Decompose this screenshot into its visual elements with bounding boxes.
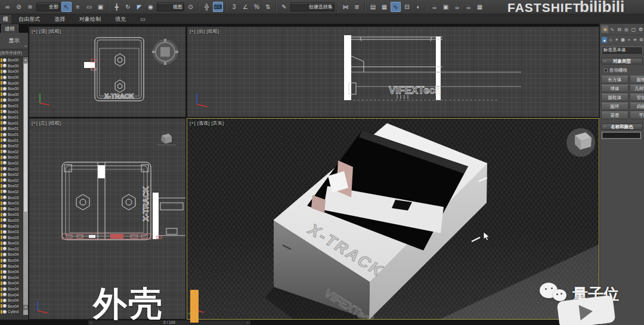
- checkbox-icon[interactable]: [604, 69, 608, 72]
- explorer-row[interactable]: Box04: [0, 280, 24, 286]
- select-object-icon[interactable]: ↖: [61, 2, 72, 12]
- autogrid-checkbox[interactable]: 自动栅格: [604, 67, 644, 73]
- explorer-row[interactable]: Box02: [0, 154, 24, 160]
- explorer-row[interactable]: Box02: [0, 160, 24, 166]
- explorer-row[interactable]: Box00: [0, 86, 24, 92]
- explorer-row[interactable]: Box00: [0, 75, 24, 81]
- open-render-gallery-icon[interactable]: ▦: [475, 2, 485, 12]
- select-and-place-icon[interactable]: ◉: [145, 2, 156, 12]
- modify-tab[interactable]: ∿: [609, 26, 615, 33]
- select-and-scale-icon[interactable]: ◤: [134, 2, 144, 12]
- primitive-button[interactable]: 圆环: [601, 103, 628, 110]
- modeling-panel-tab[interactable]: 建模: [1, 24, 18, 33]
- scrollbar-thumb[interactable]: [23, 63, 28, 212]
- geometry-icon[interactable]: ●: [602, 37, 607, 43]
- primitive-button[interactable]: 圆锥体: [630, 76, 644, 83]
- frame-next-icon[interactable]: >: [244, 320, 250, 325]
- explorer-row[interactable]: Box02: [0, 177, 24, 183]
- shapes-icon[interactable]: ◇: [608, 37, 613, 43]
- explorer-sort-header[interactable]: (按升序排序): [0, 49, 28, 57]
- toolbar-button[interactable]: [275, 2, 277, 12]
- lights-icon[interactable]: ☀: [614, 37, 620, 43]
- cameras-icon[interactable]: ▦: [620, 37, 626, 43]
- ribbon-tab-selection[interactable]: 选择: [47, 15, 72, 24]
- primitive-button[interactable]: 长方体: [601, 76, 628, 83]
- toolbar-button[interactable]: [108, 2, 109, 12]
- object-type-rollout[interactable]: −对象类型: [601, 58, 643, 64]
- explorer-row[interactable]: Box03: [0, 223, 24, 229]
- explorer-row[interactable]: Box03: [0, 206, 24, 212]
- percent-snap-icon[interactable]: %: [252, 2, 262, 12]
- explorer-row[interactable]: Box03: [0, 218, 24, 224]
- explorer-row[interactable]: Box03: [0, 200, 24, 206]
- unlink-selection-icon[interactable]: ⊘: [14, 2, 24, 12]
- ribbon-tab-freeform[interactable]: 自由形式: [11, 15, 47, 24]
- primitive-button[interactable]: 平面: [630, 112, 644, 119]
- render-iterative-icon[interactable]: ☕: [463, 2, 473, 12]
- scroll-down-icon[interactable]: ▼: [23, 305, 28, 310]
- reference-coordinate-dropdown[interactable]: 视图: [157, 2, 184, 11]
- render-setup-icon[interactable]: ☕: [429, 2, 439, 12]
- named-selection-dropdown[interactable]: 创建选择集: [290, 2, 335, 11]
- explorer-row[interactable]: Box03: [0, 194, 24, 200]
- explorer-row[interactable]: Box03: [0, 234, 24, 240]
- collapse-chevron-icon[interactable]: «: [24, 44, 27, 49]
- explorer-row[interactable]: Box00: [0, 80, 24, 86]
- select-and-manipulate-icon[interactable]: ╬: [202, 2, 212, 12]
- explorer-row[interactable]: Box02: [0, 172, 24, 178]
- primitive-button[interactable]: 球体: [601, 85, 628, 92]
- explorer-scrollbar[interactable]: ▲ ▼: [23, 57, 28, 315]
- spinner-snap-icon[interactable]: ⇅: [263, 2, 273, 12]
- explorer-row[interactable]: Box02: [0, 183, 24, 189]
- bind-to-spacewarp-icon[interactable]: ≋: [25, 2, 35, 12]
- explorer-row[interactable]: Box03: [0, 212, 24, 218]
- explorer-row[interactable]: Box01: [0, 126, 24, 132]
- mirror-icon[interactable]: ⋈: [340, 2, 351, 12]
- keyboard-override-icon[interactable]: ⌨: [213, 2, 223, 12]
- explorer-row[interactable]: Box01: [0, 114, 24, 120]
- explorer-row[interactable]: Box02: [0, 143, 24, 149]
- primitive-type-dropdown[interactable]: 标准基本体: [602, 47, 643, 54]
- explorer-header[interactable]: 显示«: [0, 33, 28, 49]
- edit-named-selections-icon[interactable]: ✎: [279, 2, 289, 12]
- ribbon-tab-modeling[interactable]: 模: [0, 15, 11, 24]
- explorer-row[interactable]: Box00: [0, 92, 24, 98]
- viewport-perspective-label[interactable]: [+] [透视] [真实]: [190, 120, 224, 126]
- explorer-row[interactable]: Box04: [0, 286, 24, 292]
- display-tab[interactable]: ▢: [630, 26, 637, 33]
- explorer-row[interactable]: Box00: [0, 63, 24, 69]
- toggle-ribbon-icon[interactable]: ▦: [379, 2, 389, 12]
- toolbar-button[interactable]: [225, 2, 227, 12]
- ribbon-tab-populate[interactable]: 填充: [108, 15, 133, 24]
- explorer-row[interactable]: Box03: [0, 246, 24, 252]
- viewport-top[interactable]: [+] [顶] [线框] X-TRACK: [29, 26, 186, 117]
- toolbar-button[interactable]: [426, 2, 427, 12]
- explorer-row[interactable]: Box04: [0, 252, 24, 258]
- explorer-row[interactable]: Box04: [0, 298, 24, 304]
- viewport-left-label[interactable]: [+] [左] [线框]: [32, 120, 61, 126]
- explorer-row[interactable]: Box04: [0, 304, 24, 309]
- name-color-rollout[interactable]: −名称和颜色: [601, 123, 643, 130]
- explorer-row[interactable]: Box01: [0, 109, 24, 114]
- align-icon[interactable]: ≣: [352, 2, 362, 12]
- explorer-row[interactable]: Box04: [0, 258, 24, 264]
- curve-editor-icon[interactable]: ∿: [391, 2, 401, 12]
- schematic-view-icon[interactable]: ⊟: [402, 2, 412, 12]
- render-production-icon[interactable]: ☕: [452, 2, 462, 12]
- explorer-row[interactable]: Box04: [0, 275, 24, 281]
- select-and-move-icon[interactable]: ╋: [112, 2, 122, 12]
- viewport-front-label[interactable]: [+] [前] [线框]: [190, 29, 219, 35]
- create-tab[interactable]: ⊕: [602, 26, 608, 33]
- explorer-row[interactable]: Box03: [0, 240, 24, 246]
- primitive-button[interactable]: 几何球体: [630, 85, 644, 92]
- explorer-row[interactable]: Box01: [0, 132, 24, 138]
- primitive-button[interactable]: 茶壶: [601, 112, 628, 119]
- explorer-row[interactable]: Box03: [0, 229, 24, 235]
- angle-snap-icon[interactable]: ∠: [240, 2, 250, 12]
- viewport-front[interactable]: [+] [前] [线框] VIFEXTech: [187, 26, 599, 117]
- object-name-input[interactable]: [602, 132, 641, 139]
- ribbon-tab-object-paint[interactable]: 对象绘制: [72, 15, 108, 24]
- spacewarps-icon[interactable]: ≋: [632, 37, 637, 43]
- hierarchy-tab[interactable]: ⊟: [616, 26, 623, 33]
- explorer-row[interactable]: Box01: [0, 137, 24, 143]
